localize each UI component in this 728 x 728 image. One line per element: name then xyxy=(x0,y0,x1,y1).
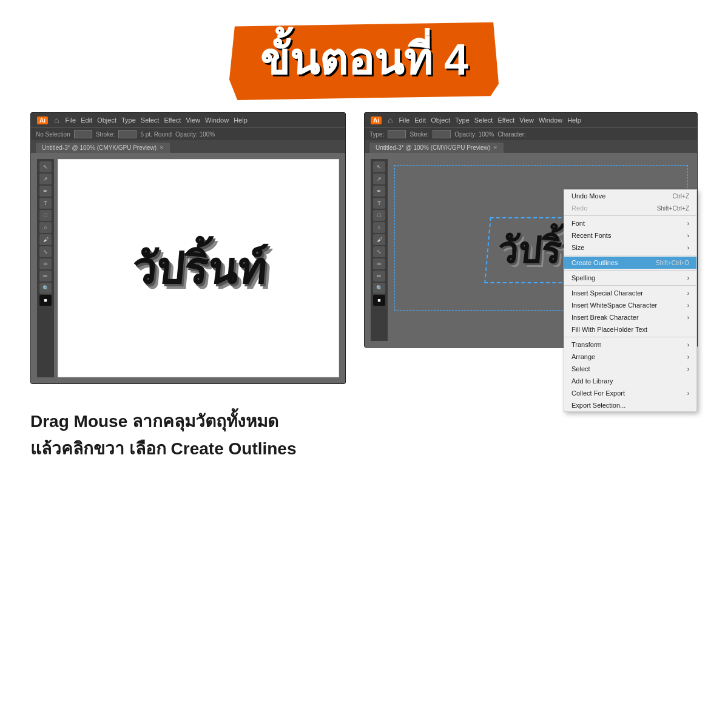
ctx-select[interactable]: Select › xyxy=(564,363,696,375)
left-illustrator-window: Ai ⌂ File Edit Object Type Select Effect… xyxy=(30,112,346,384)
ctx-spelling-label: Spelling xyxy=(571,274,595,281)
left-tab-bar: Untitled-3* @ 100% (CMYK/GPU Preview) ✕ xyxy=(31,140,345,153)
ctx-transform[interactable]: Transform › xyxy=(564,339,696,351)
ctx-insert-special-label: Insert Special Character xyxy=(571,289,643,297)
ctx-insert-whitespace[interactable]: Insert WhiteSpace Character › xyxy=(564,299,696,311)
ctx-collect-export[interactable]: Collect For Export › xyxy=(564,387,696,399)
ctx-export-selection[interactable]: Export Selection... xyxy=(564,399,696,411)
right-brush-tool[interactable]: 🖌 xyxy=(373,234,385,245)
right-select-tool[interactable]: ↖ xyxy=(373,161,385,172)
right-ellipse-tool[interactable]: ○ xyxy=(373,222,385,233)
right-menu-window[interactable]: Window xyxy=(539,116,562,124)
menu-object[interactable]: Object xyxy=(97,116,116,124)
step-title: ขั้นตอนที่ 4 xyxy=(241,24,487,94)
right-menu-select[interactable]: Select xyxy=(474,116,493,124)
type-tool[interactable]: T xyxy=(39,198,52,209)
right-menu-help[interactable]: Help xyxy=(567,116,581,124)
right-document-tab[interactable]: Untitled-3* @ 100% (CMYK/GPU Preview) ✕ xyxy=(369,143,504,153)
pen-tool[interactable]: ✒ xyxy=(39,186,52,197)
menu-edit[interactable]: Edit xyxy=(81,116,92,124)
stroke-label: Stroke: xyxy=(96,131,115,138)
right-eyedropper[interactable]: ✏ xyxy=(373,271,385,281)
right-character-label: Character: xyxy=(497,131,526,138)
ctx-add-library[interactable]: Add to Library xyxy=(564,375,696,387)
ctx-font[interactable]: Font › xyxy=(564,217,696,229)
right-direct-select[interactable]: ↗ xyxy=(373,174,385,184)
left-canvas-text: วัปริ้นท์ xyxy=(128,234,268,303)
right-stroke-box xyxy=(433,130,451,138)
right-pen-tool[interactable]: ✒ xyxy=(373,186,385,197)
menu-effect[interactable]: Effect xyxy=(164,116,181,124)
ctx-spelling[interactable]: Spelling › xyxy=(564,272,696,284)
menu-window[interactable]: Window xyxy=(205,116,229,124)
right-rect-tool[interactable]: □ xyxy=(373,210,385,221)
right-illustrator-window: Ai ⌂ File Edit Object Type Select Effect… xyxy=(364,112,698,348)
opacity-label: Opacity: 100% xyxy=(175,131,215,138)
ctx-insert-break[interactable]: Insert Break Character › xyxy=(564,311,696,323)
ctx-insert-break-arrow: › xyxy=(687,314,689,321)
pt-label: 5 pt. Round xyxy=(140,131,172,138)
right-scale-tool[interactable]: ⤡ xyxy=(373,246,385,257)
right-menu-view[interactable]: View xyxy=(519,116,534,124)
direct-select-tool[interactable]: ↗ xyxy=(39,174,52,184)
rect-tool[interactable]: □ xyxy=(39,210,52,221)
select-tool[interactable]: ↖ xyxy=(39,161,52,172)
ctx-create-outlines[interactable]: Create Outlines Shift+Ctrl+O xyxy=(564,257,696,269)
ctx-fill-placeholder-label: Fill With PlaceHolder Text xyxy=(571,326,647,333)
zoom-tool[interactable]: 🔍 xyxy=(39,283,52,294)
menu-view[interactable]: View xyxy=(186,116,200,124)
ctx-arrange-label: Arrange xyxy=(571,353,595,360)
right-menu-type[interactable]: Type xyxy=(455,116,470,124)
ctx-insert-break-label: Insert Break Character xyxy=(571,314,639,321)
ctx-undo-label: Undo Move xyxy=(571,192,605,200)
brush-tool[interactable]: 🖌 xyxy=(39,234,52,245)
ctx-redo[interactable]: Redo Shift+Ctrl+Z xyxy=(564,202,696,214)
menu-type[interactable]: Type xyxy=(121,116,136,124)
ctx-fill-placeholder[interactable]: Fill With PlaceHolder Text xyxy=(564,323,696,335)
right-tools-panel: ↖ ↗ ✒ T □ ○ 🖌 ⤡ ∞ ✏ 🔍 ■ xyxy=(371,159,388,341)
eyedropper-tool[interactable]: ✏ xyxy=(39,271,52,281)
ctx-create-outlines-label: Create Outlines xyxy=(571,259,618,266)
fill-color[interactable]: ■ xyxy=(39,295,52,306)
stroke-box xyxy=(118,130,136,138)
left-canvas-area: ↖ ↗ ✒ T □ ○ 🖌 ⤡ ∞ ✏ 🔍 ■ วัปริ้นท์ xyxy=(31,153,345,383)
scale-tool[interactable]: ⤡ xyxy=(39,246,52,257)
right-fill-color[interactable]: ■ xyxy=(373,295,385,306)
left-tab-label: Untitled-3* @ 100% (CMYK/GPU Preview) xyxy=(42,144,157,151)
right-menu-effect[interactable]: Effect xyxy=(497,116,514,124)
menu-help[interactable]: Help xyxy=(234,116,248,124)
ctx-collect-export-label: Collect For Export xyxy=(571,389,625,397)
right-tab-close-icon[interactable]: ✕ xyxy=(493,145,497,150)
right-ai-logo: Ai xyxy=(371,116,382,124)
left-document-tab[interactable]: Untitled-3* @ 100% (CMYK/GPU Preview) ✕ xyxy=(36,143,170,153)
ctx-sep-2 xyxy=(564,255,696,255)
right-type-tool[interactable]: T xyxy=(373,198,385,209)
ctx-recent-fonts[interactable]: Recent Fonts › xyxy=(564,229,696,241)
ctx-collect-export-arrow: › xyxy=(687,390,689,397)
right-menu-edit[interactable]: Edit xyxy=(414,116,426,124)
ctx-insert-special[interactable]: Insert Special Character › xyxy=(564,287,696,299)
ctx-export-selection-label: Export Selection... xyxy=(571,402,625,409)
ctx-arrange[interactable]: Arrange › xyxy=(564,351,696,363)
ctx-redo-label: Redo xyxy=(571,204,587,212)
right-blend-tool[interactable]: ∞ xyxy=(373,258,385,269)
right-menu-file[interactable]: File xyxy=(399,116,410,124)
ellipse-tool[interactable]: ○ xyxy=(39,222,52,233)
context-menu: Undo Move Ctrl+Z Redo Shift+Ctrl+Z Font … xyxy=(564,189,697,412)
tab-close-icon[interactable]: ✕ xyxy=(160,145,164,150)
ctx-size[interactable]: Size › xyxy=(564,241,696,254)
ctx-undo-move[interactable]: Undo Move Ctrl+Z xyxy=(564,190,696,202)
ctx-transform-arrow: › xyxy=(687,342,689,348)
ctx-spelling-arrow: › xyxy=(687,275,689,281)
right-canvas-area: ↖ ↗ ✒ T □ ○ 🖌 ⤡ ∞ ✏ 🔍 ■ วัปริ้น xyxy=(365,153,697,347)
ctx-insert-whitespace-arrow: › xyxy=(687,302,689,309)
menu-select[interactable]: Select xyxy=(141,116,160,124)
ai-logo: Ai xyxy=(37,116,48,124)
right-tab-label: Untitled-3* @ 100% (CMYK/GPU Preview) xyxy=(376,144,490,151)
right-zoom-tool[interactable]: 🔍 xyxy=(373,283,385,294)
ctx-recent-fonts-arrow: › xyxy=(687,232,689,239)
right-menu-object[interactable]: Object xyxy=(431,116,450,124)
blend-tool[interactable]: ∞ xyxy=(39,258,52,269)
ctx-undo-shortcut: Ctrl+Z xyxy=(673,193,690,200)
menu-file[interactable]: File xyxy=(65,116,76,124)
